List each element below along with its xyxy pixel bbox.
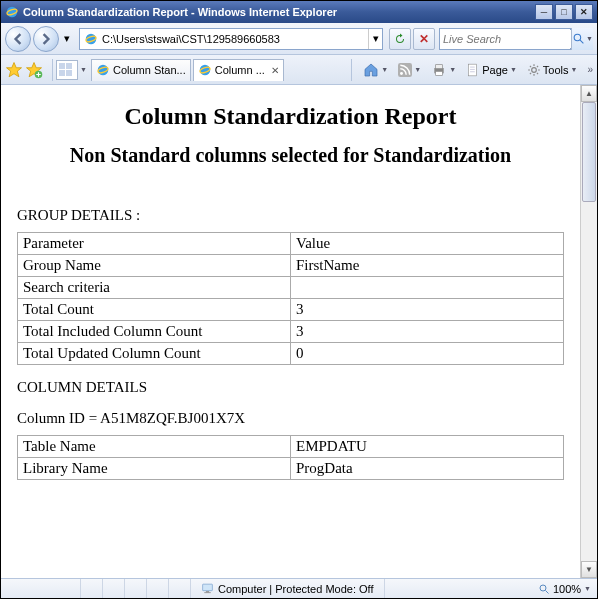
back-arrow-icon: [12, 33, 24, 45]
overflow-chevron-icon[interactable]: »: [587, 64, 593, 75]
svg-point-12: [400, 72, 403, 75]
page-icon: [83, 31, 99, 47]
quick-tabs-button[interactable]: [56, 60, 78, 80]
group-details-heading: GROUP DETAILS :: [17, 207, 564, 224]
cell: Value: [291, 233, 564, 255]
tab-label: Column Stan...: [113, 64, 186, 76]
minimize-button[interactable]: ─: [535, 4, 553, 20]
table-row: Table NameEMPDATU: [18, 436, 564, 458]
address-input[interactable]: [102, 30, 368, 48]
computer-icon: [201, 582, 214, 595]
zoom-level: 100%: [553, 583, 581, 595]
address-dropdown[interactable]: ▾: [368, 29, 382, 49]
table-row: Search criteria: [18, 277, 564, 299]
print-icon: [431, 62, 447, 78]
favorites-icon[interactable]: [5, 61, 23, 79]
print-button[interactable]: ▼: [428, 59, 459, 81]
scroll-up-button[interactable]: ▲: [581, 85, 597, 102]
tools-label: Tools: [543, 64, 569, 76]
cell: FirstName: [291, 255, 564, 277]
ie-icon: [5, 5, 19, 19]
zoom-icon: [538, 583, 550, 595]
cell: Table Name: [18, 436, 291, 458]
feeds-button[interactable]: ▼: [395, 59, 424, 81]
column-details-table: Table NameEMPDATU Library NameProgData: [17, 435, 564, 480]
svg-rect-23: [204, 592, 211, 593]
scroll-track[interactable]: [581, 102, 597, 561]
status-bar: Computer | Protected Mode: Off 100% ▼: [1, 578, 597, 598]
tools-menu[interactable]: Tools▼: [524, 59, 581, 81]
separator: [52, 59, 53, 81]
refresh-button[interactable]: [389, 28, 411, 50]
svg-rect-22: [206, 591, 209, 592]
cell: ProgData: [291, 458, 564, 480]
content-area: Column Standardization Report Non Standa…: [1, 85, 597, 578]
search-bar[interactable]: [439, 28, 571, 50]
table-row: Group NameFirstName: [18, 255, 564, 277]
home-button[interactable]: ▼: [360, 59, 391, 81]
add-favorites-icon[interactable]: [25, 61, 43, 79]
group-details-table: ParameterValue Group NameFirstName Searc…: [17, 232, 564, 365]
svg-rect-15: [436, 71, 443, 75]
report-document: Column Standardization Report Non Standa…: [1, 85, 580, 578]
chevron-down-icon[interactable]: ▼: [80, 66, 87, 73]
svg-rect-11: [398, 63, 412, 77]
tab-close-icon[interactable]: ✕: [271, 65, 279, 76]
svg-point-24: [540, 585, 546, 591]
nav-toolbar: ▾ ▾ ✕ ▼: [1, 23, 597, 55]
svg-rect-21: [203, 584, 213, 591]
table-row: Library NameProgData: [18, 458, 564, 480]
cell: 0: [291, 343, 564, 365]
forward-arrow-icon: [40, 33, 52, 45]
close-button[interactable]: ✕: [575, 4, 593, 20]
svg-rect-14: [436, 64, 443, 68]
address-bar[interactable]: ▾: [79, 28, 383, 50]
status-cell: [103, 579, 125, 598]
status-cell: [147, 579, 169, 598]
tab-active[interactable]: Column ... ✕: [193, 59, 284, 81]
report-title: Column Standardization Report: [17, 103, 564, 130]
table-row: ParameterValue: [18, 233, 564, 255]
scroll-thumb[interactable]: [582, 102, 596, 202]
table-row: Total Count3: [18, 299, 564, 321]
chevron-down-icon: ▼: [449, 66, 456, 73]
window-titlebar: Column Standardization Report - Windows …: [1, 1, 597, 23]
ie-icon: [96, 63, 110, 77]
chevron-down-icon: ▼: [584, 585, 591, 592]
stop-button[interactable]: ✕: [413, 28, 435, 50]
report-subtitle: Non Standard columns selected for Standa…: [17, 144, 564, 167]
forward-button[interactable]: [33, 26, 59, 52]
table-row: Total Included Column Count3: [18, 321, 564, 343]
cell: [291, 277, 564, 299]
tab-label: Column ...: [215, 64, 265, 76]
zoom-control[interactable]: 100% ▼: [532, 583, 597, 595]
tab-toolbar: ▼ Column Stan... Column ... ✕ ▼ ▼ ▼ Page…: [1, 55, 597, 85]
back-button[interactable]: [5, 26, 31, 52]
separator: [351, 59, 352, 81]
chevron-down-icon: ▼: [510, 66, 517, 73]
search-input[interactable]: [440, 30, 585, 48]
tab-inactive[interactable]: Column Stan...: [91, 59, 191, 81]
chevron-down-icon: ▼: [571, 66, 578, 73]
svg-point-4: [574, 34, 581, 41]
cell: 3: [291, 321, 564, 343]
rss-icon: [398, 63, 412, 77]
status-progress: [1, 579, 81, 598]
search-button[interactable]: ▼: [571, 28, 593, 50]
maximize-button[interactable]: □: [555, 4, 573, 20]
stop-icon: ✕: [419, 32, 429, 46]
cell: Search criteria: [18, 277, 291, 299]
ie-icon: [198, 63, 212, 77]
svg-line-5: [580, 40, 583, 43]
status-cell: [81, 579, 103, 598]
search-icon: [572, 32, 585, 45]
status-zone[interactable]: Computer | Protected Mode: Off: [191, 579, 385, 598]
cell: Group Name: [18, 255, 291, 277]
gear-icon: [527, 63, 541, 77]
nav-history-dropdown[interactable]: ▾: [61, 26, 73, 52]
page-icon: [466, 63, 480, 77]
cell: Total Count: [18, 299, 291, 321]
scroll-down-button[interactable]: ▼: [581, 561, 597, 578]
page-menu[interactable]: Page▼: [463, 59, 520, 81]
vertical-scrollbar[interactable]: ▲ ▼: [580, 85, 597, 578]
